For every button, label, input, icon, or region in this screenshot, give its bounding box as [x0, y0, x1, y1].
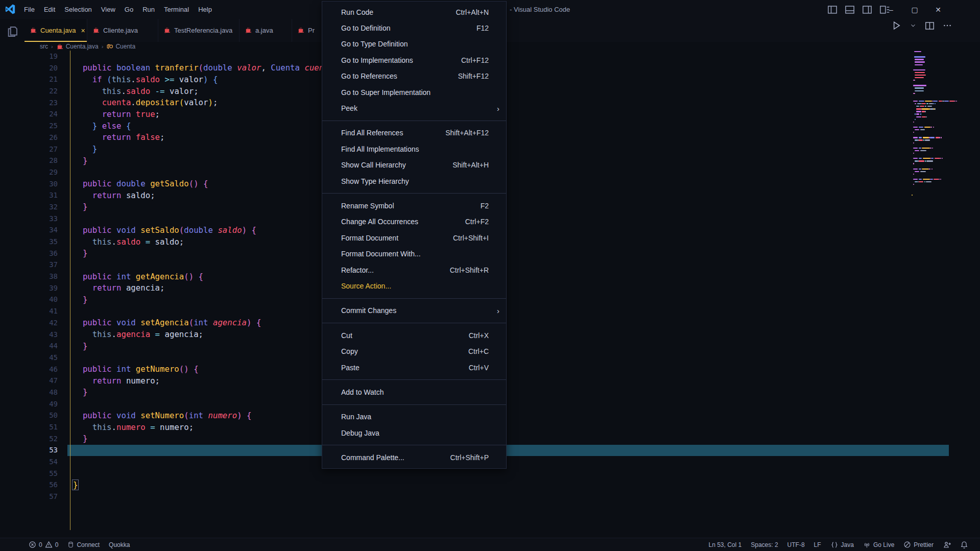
- menu-item-refactor[interactable]: Refactor...Ctrl+Shift+R: [322, 262, 506, 278]
- menu-item-label: Command Palette...: [341, 453, 450, 462]
- menu-separator: [322, 298, 506, 299]
- status-notifications[interactable]: [955, 538, 973, 551]
- menu-item-go-to-type-definition[interactable]: Go to Type Definition: [322, 36, 506, 52]
- layout-icons: [827, 0, 890, 19]
- menu-item-change-all-occurrences[interactable]: Change All OccurrencesCtrl+F2: [322, 214, 506, 230]
- line-number: 43: [25, 330, 58, 339]
- status-quokka[interactable]: Quokka: [104, 538, 134, 551]
- explorer-icon[interactable]: [0, 19, 25, 44]
- tab-cuenta-java[interactable]: Cuenta.java×: [25, 19, 87, 42]
- menu-item-commit-changes[interactable]: Commit Changes›: [322, 303, 506, 319]
- run-dropdown[interactable]: [910, 22, 917, 29]
- menu-item-command-palette[interactable]: Command Palette...Ctrl+Shift+P: [322, 449, 506, 465]
- close-button[interactable]: ✕: [931, 6, 945, 14]
- tab-cliente-java[interactable]: Cliente.java: [87, 19, 158, 42]
- menu-item-format-document[interactable]: Format DocumentCtrl+Shift+I: [322, 230, 506, 246]
- menu-item-show-type-hierarchy[interactable]: Show Type Hierarchy: [322, 173, 506, 189]
- tab-a-java[interactable]: a.java: [240, 19, 292, 42]
- menubar-item-view[interactable]: View: [97, 0, 120, 19]
- tab-testreferencia-java[interactable]: TestReferencia.java: [158, 19, 240, 42]
- status-language-mode[interactable]: Java: [826, 538, 858, 551]
- minimap-line: [919, 169, 921, 170]
- line-number: 27: [25, 145, 58, 153]
- symbol-class-icon: [106, 43, 113, 50]
- menu-item-cut[interactable]: CutCtrl+X: [322, 327, 506, 343]
- line-text: }: [73, 295, 87, 304]
- code-line-57[interactable]: 57: [25, 491, 913, 502]
- maximize-button[interactable]: ▢: [908, 6, 921, 14]
- line-number: 56: [25, 481, 58, 489]
- submenu-arrow-icon: ›: [497, 306, 499, 315]
- menu-item-source-action[interactable]: Source Action...: [322, 278, 506, 294]
- status-go-live[interactable]: Go Live: [858, 538, 899, 551]
- split-editor-button[interactable]: [925, 21, 935, 31]
- minimap-line: [931, 169, 933, 170]
- status-encoding[interactable]: UTF-8: [783, 538, 809, 551]
- line-number: 37: [25, 260, 58, 269]
- line-text: }: [73, 387, 87, 397]
- menu-item-rename-symbol[interactable]: Rename SymbolF2: [322, 198, 506, 213]
- minimap-line: [915, 119, 916, 120]
- status-problems[interactable]: 00: [24, 538, 63, 551]
- minimap-line: [920, 150, 926, 151]
- breadcrumb-item-src[interactable]: src: [40, 43, 48, 50]
- menu-item-run-java[interactable]: Run Java: [322, 409, 506, 425]
- menu-item-go-to-references[interactable]: Go to ReferencesShift+F12: [322, 68, 506, 84]
- breadcrumb-item-cuenta[interactable]: Cuenta: [106, 43, 135, 50]
- toggle-sidebar-icon[interactable]: [827, 5, 838, 15]
- window-title: - Visual Studio Code: [510, 0, 570, 19]
- minimap-line: [919, 101, 924, 102]
- menu-item-paste[interactable]: PasteCtrl+V: [322, 360, 506, 375]
- menu-item-label: Go to Super Implementation: [341, 88, 493, 97]
- menu-item-debug-java[interactable]: Debug Java: [322, 425, 506, 441]
- status-connect[interactable]: Connect: [63, 538, 104, 551]
- minimap-line: [913, 69, 925, 70]
- minimap-line: [926, 181, 931, 182]
- menu-item-go-to-definition[interactable]: Go to DefinitionF12: [322, 20, 506, 36]
- tab-label: Pr: [308, 27, 315, 34]
- menu-item-go-to-implementations[interactable]: Go to ImplementationsCtrl+F12: [322, 52, 506, 68]
- minimap-line: [920, 113, 921, 114]
- menu-item-go-to-super-implementation[interactable]: Go to Super Implementation: [322, 84, 506, 100]
- minimize-button[interactable]: –: [885, 6, 898, 14]
- menu-item-format-document-with[interactable]: Format Document With...: [322, 246, 506, 261]
- menu-separator: [322, 404, 506, 405]
- menu-item-peek[interactable]: Peek›: [322, 100, 506, 116]
- minimap-line: [913, 163, 914, 164]
- toggle-panel-icon[interactable]: [845, 5, 855, 15]
- code-line-56[interactable]: 56}: [25, 479, 913, 491]
- menu-item-find-all-implementations[interactable]: Find All Implementations: [322, 141, 506, 157]
- menu-item-show-call-hierarchy[interactable]: Show Call HierarchyShift+Alt+H: [322, 157, 506, 173]
- menubar-item-selection[interactable]: Selection: [60, 0, 96, 19]
- menubar-item-go[interactable]: Go: [120, 0, 138, 19]
- code-line-55[interactable]: 55: [25, 467, 913, 479]
- run-button[interactable]: [891, 20, 901, 31]
- minimap-line: [913, 153, 914, 154]
- status-prettier[interactable]: Prettier: [899, 538, 938, 551]
- minimap-line: [913, 132, 914, 133]
- minimap[interactable]: [912, 51, 950, 266]
- status-indentation[interactable]: Spaces: 2: [746, 538, 782, 551]
- status-eol[interactable]: LF: [809, 538, 826, 551]
- menu-item-add-to-watch[interactable]: Add to Watch: [322, 384, 506, 400]
- breadcrumb-item-cuenta-java[interactable]: Cuenta.java: [56, 43, 99, 51]
- minimap-line: [940, 158, 941, 159]
- minimap-line: [913, 148, 918, 149]
- menubar-item-edit[interactable]: Edit: [39, 0, 60, 19]
- menu-item-copy[interactable]: CopyCtrl+C: [322, 343, 506, 359]
- menubar-item-terminal[interactable]: Terminal: [159, 0, 194, 19]
- status-label: Prettier: [914, 541, 934, 548]
- menu-item-find-all-references[interactable]: Find All ReferencesShift+Alt+F12: [322, 125, 506, 141]
- menubar-item-run[interactable]: Run: [138, 0, 159, 19]
- toggle-secondary-sidebar-icon[interactable]: [862, 5, 872, 15]
- menubar-item-help[interactable]: Help: [194, 0, 217, 19]
- more-actions-button[interactable]: [943, 21, 952, 30]
- tab-close-icon[interactable]: ×: [81, 27, 85, 35]
- minimap-line: [915, 90, 924, 91]
- menu-item-run-code[interactable]: Run CodeCtrl+Alt+N: [322, 4, 506, 20]
- menu-bar: FileEditSelectionViewGoRunTerminalHelp: [19, 0, 217, 19]
- status-count: 0: [39, 541, 42, 548]
- status-cursor-position[interactable]: Ln 53, Col 1: [704, 538, 746, 551]
- status-feedback[interactable]: [938, 538, 955, 551]
- menubar-item-file[interactable]: File: [19, 0, 39, 19]
